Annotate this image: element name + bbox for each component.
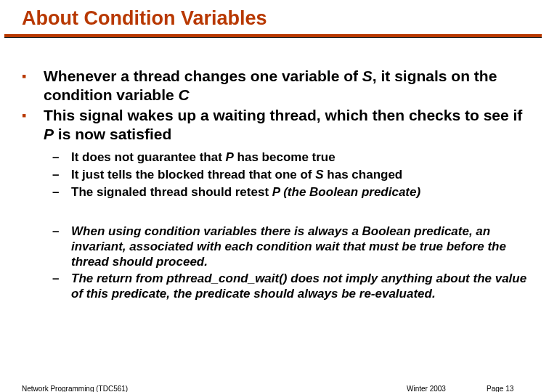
major-bullet-list: ▪ Whenever a thread changes one variable… — [22, 67, 536, 144]
sub-bullet-text: When using condition variables there is … — [71, 224, 536, 269]
major-bullet: ▪ This signal wakes up a waiting thread,… — [22, 106, 536, 144]
square-bullet-icon: ▪ — [22, 106, 44, 126]
sub-bullet-text: It just tells the blocked thread that on… — [71, 167, 402, 182]
sub-bullet-text: The return from pthread_cond_wait() does… — [71, 271, 536, 301]
slide-title: About Condition Variables — [22, 7, 549, 30]
sub-bullet: – The return from pthread_cond_wait() do… — [52, 271, 536, 301]
sub-bullet-list: – It does not guarantee that P has becom… — [22, 150, 536, 200]
bullet-text: Whenever a thread changes one variable o… — [44, 67, 536, 105]
sub-bullet-text: The signaled thread should retest P (the… — [71, 184, 420, 200]
major-bullet: ▪ Whenever a thread changes one variable… — [22, 67, 536, 105]
footer-term: Winter 2003 — [407, 385, 446, 392]
sub-bullet-list: – When using condition variables there i… — [22, 224, 536, 301]
dash-icon: – — [52, 167, 71, 183]
sub-bullet: – It does not guarantee that P has becom… — [52, 150, 536, 166]
sub-bullet: – The signaled thread should retest P (t… — [52, 184, 536, 200]
dash-icon: – — [52, 271, 71, 287]
square-bullet-icon: ▪ — [22, 67, 44, 86]
footer-course: Network Programming (TDC561) — [22, 385, 128, 392]
dash-icon: – — [52, 184, 71, 200]
bullet-text: This signal wakes up a waiting thread, w… — [44, 106, 536, 144]
footer-page: Page 13 — [487, 385, 513, 392]
slide-content: ▪ Whenever a thread changes one variable… — [0, 38, 549, 301]
dash-icon: – — [52, 224, 71, 240]
dash-icon: – — [52, 150, 71, 166]
sub-bullet-text: It does not guarantee that P has become … — [71, 150, 336, 165]
sub-bullet: – It just tells the blocked thread that … — [52, 167, 536, 183]
sub-bullet: – When using condition variables there i… — [52, 224, 536, 269]
